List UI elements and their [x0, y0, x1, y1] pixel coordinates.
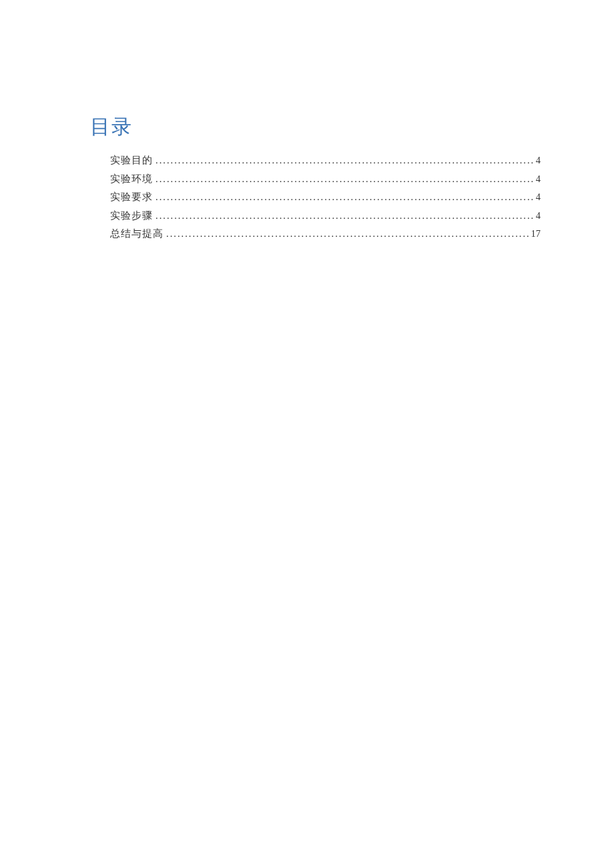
- toc-title: 目录: [90, 113, 541, 141]
- toc-leader: [156, 207, 533, 226]
- toc-leader: [156, 170, 533, 189]
- toc-leader: [156, 188, 533, 207]
- toc-entry-page: 4: [536, 170, 541, 189]
- toc-entry[interactable]: 实验目的 4: [110, 151, 541, 170]
- toc-entry[interactable]: 实验步骤 4: [110, 207, 541, 226]
- toc-entry-page: 4: [536, 151, 541, 170]
- toc-entry[interactable]: 实验环境 4: [110, 170, 541, 189]
- toc-list: 实验目的 4 实验环境 4 实验要求 4 实验步骤 4 总结与提高 17: [90, 151, 541, 244]
- toc-entry-page: 4: [536, 207, 541, 226]
- toc-entry-label: 实验目的: [110, 151, 153, 170]
- toc-entry-label: 实验环境: [110, 170, 153, 189]
- toc-entry-page: 4: [536, 188, 541, 207]
- toc-entry-label: 实验要求: [110, 188, 153, 207]
- toc-entry-page: 17: [531, 225, 541, 244]
- toc-leader: [166, 225, 529, 244]
- toc-leader: [156, 151, 533, 170]
- toc-entry[interactable]: 实验要求 4: [110, 188, 541, 207]
- toc-entry-label: 实验步骤: [110, 207, 153, 226]
- document-page: 目录 实验目的 4 实验环境 4 实验要求 4 实验步骤 4 总结与提高 17: [0, 0, 614, 244]
- toc-entry[interactable]: 总结与提高 17: [110, 225, 541, 244]
- toc-entry-label: 总结与提高: [110, 225, 164, 244]
